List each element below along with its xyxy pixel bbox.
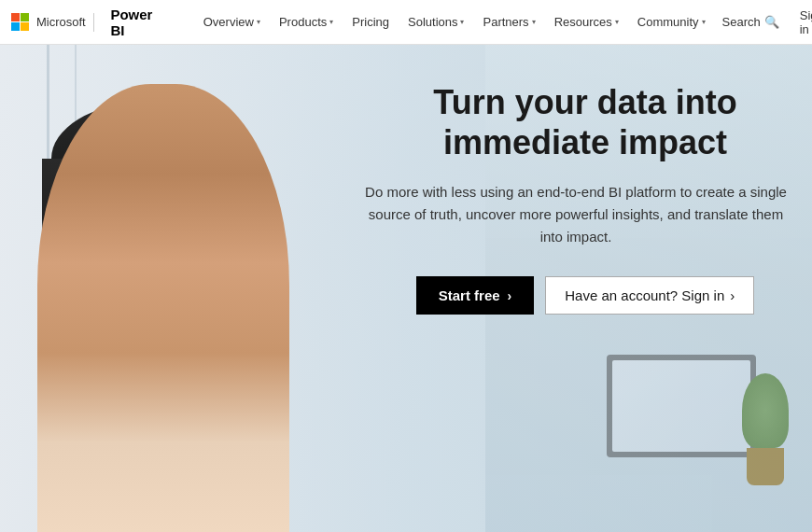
search-button[interactable]: Search 🔍 bbox=[715, 15, 787, 29]
microsoft-label: Microsoft bbox=[36, 15, 86, 29]
nav-solutions[interactable]: Solutions ▾ bbox=[399, 0, 473, 45]
brand-divider bbox=[93, 13, 94, 32]
hero-buttons: Start free › Have an account? Sign in › bbox=[361, 276, 809, 315]
person-shape bbox=[9, 84, 317, 532]
nav-resources[interactable]: Resources ▾ bbox=[545, 0, 628, 45]
office-monitor bbox=[607, 355, 756, 457]
brand-area: Microsoft Power BI bbox=[11, 7, 175, 38]
office-plant bbox=[737, 373, 793, 485]
navbar: Microsoft Power BI Overview ▾ Products ▾… bbox=[0, 0, 812, 45]
plant-leaves bbox=[742, 373, 789, 448]
chevron-down-icon: ▾ bbox=[329, 18, 333, 26]
nav-right-actions: Search 🔍 Sign in Try free Buy bbox=[715, 7, 812, 36]
person-body bbox=[37, 84, 289, 532]
monitor-screen bbox=[612, 360, 750, 452]
chevron-down-icon: ▾ bbox=[532, 18, 536, 26]
nav-links: Overview ▾ Products ▾ Pricing Solutions … bbox=[194, 0, 715, 45]
microsoft-logo bbox=[11, 13, 29, 31]
hero-person-image bbox=[0, 84, 355, 532]
hero-subtitle: Do more with less using an end-to-end BI… bbox=[361, 181, 791, 248]
search-icon: 🔍 bbox=[764, 15, 779, 29]
arrow-icon: › bbox=[508, 288, 512, 303]
nav-pricing[interactable]: Pricing bbox=[343, 0, 399, 45]
chevron-down-icon: ▾ bbox=[702, 18, 706, 26]
hero-title: Turn your data into immediate impact bbox=[361, 82, 809, 162]
hero-content: Turn your data into immediate impact Do … bbox=[361, 82, 809, 315]
nav-overview[interactable]: Overview ▾ bbox=[194, 0, 270, 45]
chevron-down-icon: ▾ bbox=[615, 18, 619, 26]
nav-partners[interactable]: Partners ▾ bbox=[473, 0, 544, 45]
chevron-down-icon: ▾ bbox=[460, 18, 464, 26]
signin-link[interactable]: Sign in bbox=[791, 8, 812, 36]
plant-pot bbox=[747, 448, 784, 485]
hero-section: Turn your data into immediate impact Do … bbox=[0, 45, 812, 532]
chevron-down-icon: ▾ bbox=[257, 18, 260, 26]
nav-community[interactable]: Community ▾ bbox=[628, 0, 715, 45]
start-free-button[interactable]: Start free › bbox=[416, 276, 535, 315]
sign-in-button[interactable]: Have an account? Sign in › bbox=[545, 276, 754, 315]
arrow-icon: › bbox=[730, 287, 735, 303]
product-name: Power BI bbox=[110, 7, 152, 38]
nav-products[interactable]: Products ▾ bbox=[270, 0, 343, 45]
